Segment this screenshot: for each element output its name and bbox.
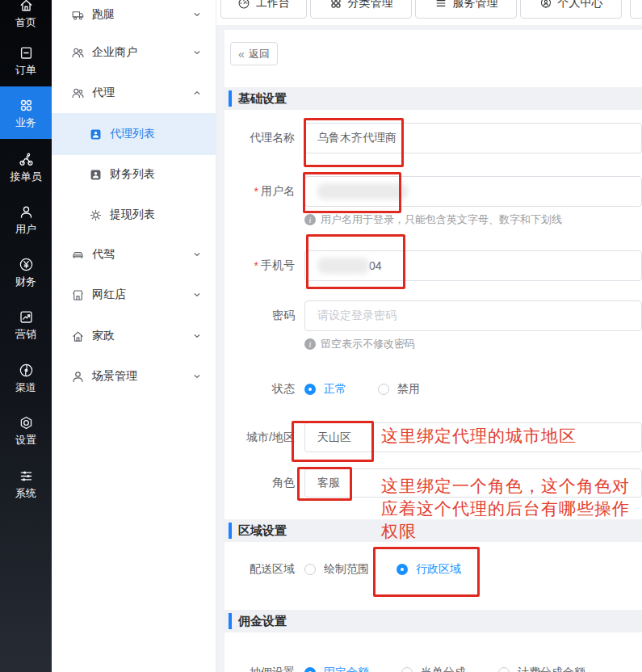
annotation-city-note: 这里绑定代理的城市地区 xyxy=(381,425,577,447)
menu-item-finance-list[interactable]: 财务列表 xyxy=(52,155,216,194)
city-label: 城市/地区 xyxy=(224,422,295,452)
radio-label-disabled[interactable]: 禁用 xyxy=(397,382,420,397)
back-icon: « xyxy=(238,48,245,60)
menu-item-withdraw-list[interactable]: 提现列表 xyxy=(52,195,216,234)
radio-admin-region[interactable] xyxy=(397,564,408,575)
radio-billing-share[interactable] xyxy=(498,667,510,672)
rail-item-couriers[interactable]: 接单员 xyxy=(0,152,52,183)
main-content: 工作台 分类管理 服务管理 个人中心 « 返回 xyxy=(216,0,642,672)
section-title: 佣金设置 xyxy=(238,614,287,629)
list-icon xyxy=(434,0,447,10)
grid-icon xyxy=(329,0,342,10)
home-icon xyxy=(19,0,34,13)
delivery-area-label: 配送区域 xyxy=(224,558,295,581)
rail-item-system[interactable]: 系统 xyxy=(0,468,52,499)
chevron-up-icon xyxy=(191,87,203,99)
person-pin-icon xyxy=(539,0,552,10)
radio-draw-range[interactable] xyxy=(304,564,316,575)
menu-item-online-store[interactable]: 网红店 xyxy=(52,275,216,314)
rider-icon xyxy=(19,152,34,167)
menu-item-driving[interactable]: 代驾 xyxy=(52,235,216,274)
rail-item-finance[interactable]: 财务 xyxy=(0,257,52,288)
radio-label-fixed-amount[interactable]: 固定金额 xyxy=(324,666,369,672)
rail-item-label: 订单 xyxy=(15,64,36,76)
section-accent-bar xyxy=(229,90,232,107)
radio-fixed-amount[interactable] xyxy=(304,667,316,672)
required-mark: * xyxy=(254,185,258,198)
rail-item-users[interactable]: 用户 xyxy=(0,204,52,235)
info-icon xyxy=(304,214,316,225)
agent-name-value: 乌鲁木齐代理商 xyxy=(317,131,397,145)
rail-item-home[interactable]: 首页 xyxy=(0,0,52,28)
rail-item-orders[interactable]: 订单 xyxy=(0,45,52,76)
rail-item-label: 首页 xyxy=(15,16,36,28)
menu-item-label: 代理 xyxy=(92,86,115,100)
chevron-down-icon xyxy=(191,371,203,382)
tab-partial[interactable] xyxy=(630,0,642,19)
menu-item-label: 场景管理 xyxy=(92,369,137,384)
order-icon xyxy=(19,45,34,61)
rail-item-label: 用户 xyxy=(15,223,36,235)
channel-icon xyxy=(19,363,34,378)
menu-item-errand[interactable]: 跑腿 xyxy=(52,0,216,29)
phone-input[interactable]: 04 xyxy=(304,250,642,281)
rail-item-business[interactable]: 业务 xyxy=(0,86,52,139)
username-input[interactable] xyxy=(304,176,642,207)
menu-item-agent-list[interactable]: 代理列表 xyxy=(52,113,216,155)
car-icon xyxy=(71,248,85,262)
required-mark: * xyxy=(254,259,258,272)
rail-item-settings[interactable]: 设置 xyxy=(0,415,52,446)
radio-label-admin-region[interactable]: 行政区域 xyxy=(416,562,461,577)
radio-label-draw-range[interactable]: 绘制范围 xyxy=(324,562,369,577)
tab-category-mgmt[interactable]: 分类管理 xyxy=(310,0,412,19)
dashboard-icon xyxy=(237,0,250,10)
idcard-icon xyxy=(89,128,103,141)
radio-status-disabled[interactable] xyxy=(378,384,389,395)
tab-workbench[interactable]: 工作台 xyxy=(220,0,307,19)
menu-item-label: 家政 xyxy=(92,329,115,343)
section-accent-bar xyxy=(229,613,232,629)
back-button[interactable]: « 返回 xyxy=(230,42,278,65)
menu-item-enterprise[interactable]: 企业商户 xyxy=(52,34,216,71)
home-outline-icon xyxy=(71,330,85,343)
rail-item-label: 业务 xyxy=(15,116,36,128)
password-input[interactable]: 请设定登录密码 xyxy=(304,300,642,331)
secondary-sidebar: 跑腿 企业商户 代理 代理列表 财务列表 提现列表 代驾 xyxy=(52,0,216,672)
username-label: * 用户名 xyxy=(224,176,295,207)
role-label: 角色 xyxy=(224,468,295,498)
chevron-down-icon xyxy=(191,249,203,260)
menu-item-label: 企业商户 xyxy=(92,45,137,60)
radio-status-normal[interactable] xyxy=(304,384,316,395)
rail-item-label: 接单员 xyxy=(10,170,42,183)
menu-item-label: 提现列表 xyxy=(110,208,155,222)
rail-item-marketing[interactable]: 营销 xyxy=(0,309,52,340)
tab-personal-center[interactable]: 个人中心 xyxy=(520,0,622,19)
rail-item-label: 渠道 xyxy=(15,381,36,393)
section-basic-settings: 基础设置 xyxy=(224,87,642,110)
rail-item-channels[interactable]: 渠道 xyxy=(0,363,52,393)
radio-label-billing-share[interactable]: 计费分成金额 xyxy=(518,666,585,672)
gear-icon xyxy=(89,208,103,222)
section-commission-settings: 佣金设置 xyxy=(224,610,642,632)
chevron-down-icon xyxy=(191,47,203,58)
menu-item-label: 代驾 xyxy=(92,247,115,262)
person-icon xyxy=(71,370,85,384)
rail-item-label: 财务 xyxy=(15,275,36,288)
phone-visible-digits: 04 xyxy=(369,259,382,272)
agent-name-input[interactable]: 乌鲁木齐代理商 xyxy=(304,123,642,153)
radio-label-per-order-share[interactable]: 当单分成 xyxy=(421,666,466,672)
marketing-icon xyxy=(19,309,34,325)
back-button-label: 返回 xyxy=(249,47,270,61)
business-grid-icon xyxy=(19,98,34,113)
password-placeholder: 请设定登录密码 xyxy=(317,309,397,323)
radio-label-normal[interactable]: 正常 xyxy=(324,382,346,397)
menu-item-scene-mgmt[interactable]: 场景管理 xyxy=(52,357,216,396)
menu-item-agents[interactable]: 代理 xyxy=(52,74,216,111)
people-icon xyxy=(71,86,85,100)
menu-item-housekeeping[interactable]: 家政 xyxy=(52,317,216,355)
role-value: 客服 xyxy=(317,476,340,490)
tab-service-mgmt[interactable]: 服务管理 xyxy=(415,0,517,19)
section-title: 基础设置 xyxy=(238,91,287,107)
radio-per-order-share[interactable] xyxy=(401,667,413,672)
status-label: 状态 xyxy=(224,378,295,401)
